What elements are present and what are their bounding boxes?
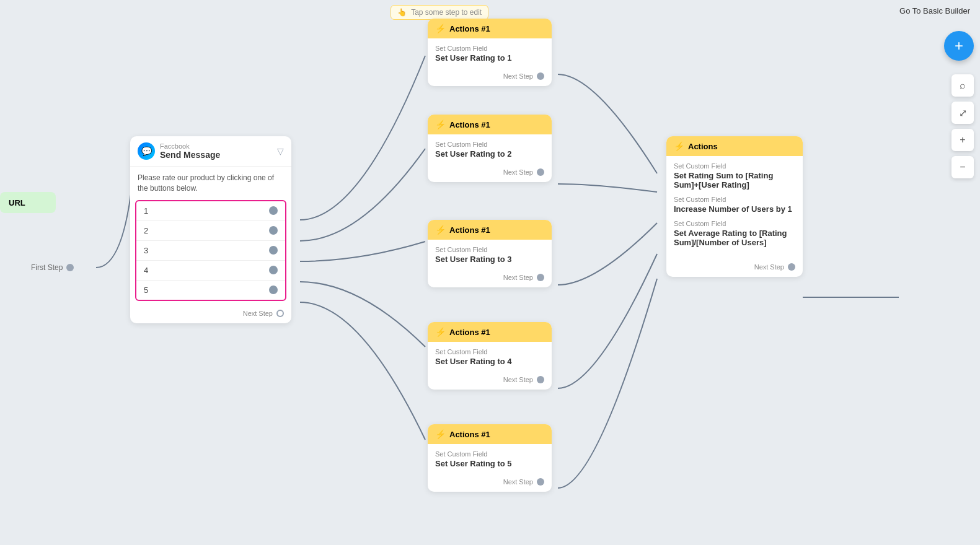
platform-label: Faccbook: [160, 142, 220, 150]
actions-node-4[interactable]: ⚡ Actions #1 Set Custom Field Set User R…: [428, 322, 552, 390]
actions-header-label-2: Actions #1: [449, 120, 490, 129]
btn-label-5: 5: [144, 286, 148, 295]
next-step-dot-5[interactable]: [537, 478, 544, 486]
actions-final-header: ⚡ Actions: [666, 136, 803, 156]
final-next-step-text: Next Step: [754, 263, 784, 271]
url-label: URL: [9, 198, 25, 207]
set-custom-label-5: Set Custom Field: [435, 450, 544, 458]
next-step-dot-2[interactable]: [537, 168, 544, 176]
actions-header-label-4: Actions #1: [449, 328, 490, 337]
send-message-next-step-label: Next Step: [243, 310, 273, 317]
actions-node-5[interactable]: ⚡ Actions #1 Set Custom Field Set User R…: [428, 424, 552, 492]
actions-header-5: ⚡ Actions #1: [428, 424, 552, 444]
send-message-node[interactable]: 💬 Faccbook Send Message ▽ Please rate ou…: [130, 136, 291, 323]
tap-tooltip: Tap some step to edit: [391, 5, 488, 20]
actions-final-node[interactable]: ⚡ Actions Set Custom Field Set Rating Su…: [666, 136, 803, 277]
next-step-text-2: Next Step: [503, 168, 533, 176]
btn-dot-4: [269, 266, 278, 274]
btn-dot-3: [269, 246, 278, 255]
set-custom-label-2: Set Custom Field: [435, 141, 544, 148]
first-step-dot: [66, 264, 74, 271]
actions-final-footer: Next Step: [666, 259, 803, 277]
actions-footer-3: Next Step: [428, 270, 552, 287]
btn-item-2[interactable]: 2: [136, 221, 285, 241]
lightning-icon-5: ⚡: [435, 429, 446, 439]
next-step-dot-4[interactable]: [537, 376, 544, 383]
actions-footer-4: Next Step: [428, 372, 552, 390]
expand-button[interactable]: ⤢: [951, 102, 974, 124]
lightning-icon-4: ⚡: [435, 327, 446, 337]
final-next-step-dot[interactable]: [788, 263, 795, 271]
set-custom-value-3: Set User Rating to 3: [435, 255, 544, 264]
zoom-in-button[interactable]: +: [951, 129, 974, 151]
goto-basic-button[interactable]: Go To Basic Builder: [899, 6, 970, 15]
actions-footer-5: Next Step: [428, 474, 552, 492]
zoom-out-button[interactable]: −: [951, 156, 974, 178]
actions-header-2: ⚡ Actions #1: [428, 115, 552, 134]
btn-dot-2: [269, 226, 278, 235]
actions-body-5: Set Custom Field Set User Rating to 5: [428, 444, 552, 474]
next-step-text-4: Next Step: [503, 376, 533, 383]
actions-body-3: Set Custom Field Set User Rating to 3: [428, 240, 552, 270]
actions-node-1[interactable]: ⚡ Actions #1 Set Custom Field Set User R…: [428, 19, 552, 86]
search-button[interactable]: ⌕: [951, 74, 974, 97]
final-set-label-2: Set Custom Field: [674, 196, 795, 203]
actions-header-label-5: Actions #1: [449, 430, 490, 439]
btn-dot-5: [269, 286, 278, 294]
send-message-next-step-dot[interactable]: [276, 310, 284, 317]
url-node: URL: [0, 192, 56, 213]
actions-header-label-1: Actions #1: [449, 24, 490, 33]
lightning-icon-1: ⚡: [435, 24, 446, 33]
final-set-value-3: Set Average Rating to [Rating Sum]/[Numb…: [674, 229, 795, 247]
btn-item-4[interactable]: 4: [136, 261, 285, 281]
send-message-title: Send Message: [160, 150, 220, 160]
message-text: Please rate our product by clicking one …: [130, 167, 291, 200]
lightning-icon-3: ⚡: [435, 225, 446, 235]
set-custom-value-4: Set User Rating to 4: [435, 357, 544, 366]
actions-footer-1: Next Step: [428, 69, 552, 86]
btn-label-4: 4: [144, 266, 148, 275]
set-custom-label-4: Set Custom Field: [435, 348, 544, 355]
actions-node-3[interactable]: ⚡ Actions #1 Set Custom Field Set User R…: [428, 220, 552, 287]
send-message-footer: Next Step: [130, 306, 291, 323]
final-item-3: Set Custom Field Set Average Rating to […: [674, 220, 795, 247]
fab-add-button[interactable]: +: [944, 31, 974, 61]
send-message-header: 💬 Faccbook Send Message ▽: [130, 136, 291, 167]
final-set-value-1: Set Rating Sum to [Rating Sum]+[User Rat…: [674, 171, 795, 190]
btn-label-1: 1: [144, 206, 148, 216]
lightning-icon-2: ⚡: [435, 120, 446, 129]
next-step-text-3: Next Step: [503, 274, 533, 281]
btn-item-3[interactable]: 3: [136, 241, 285, 261]
btn-item-5[interactable]: 5: [136, 281, 285, 300]
actions-body-2: Set Custom Field Set User Rating to 2: [428, 134, 552, 165]
actions-header-label-3: Actions #1: [449, 225, 490, 235]
first-step-area: First Step: [31, 263, 74, 272]
next-step-dot-3[interactable]: [537, 274, 544, 281]
set-custom-value-1: Set User Rating to 1: [435, 53, 544, 63]
final-set-value-2: Increase Number of Users by 1: [674, 204, 795, 214]
set-custom-value-5: Set User Rating to 5: [435, 459, 544, 468]
btn-item-1[interactable]: 1: [136, 201, 285, 221]
actions-final-body: Set Custom Field Set Rating Sum to [Rati…: [666, 156, 803, 259]
final-item-2: Set Custom Field Increase Number of User…: [674, 196, 795, 214]
final-set-label-3: Set Custom Field: [674, 220, 795, 227]
btn-label-2: 2: [144, 226, 148, 235]
set-custom-label-3: Set Custom Field: [435, 246, 544, 253]
first-step-label: First Step: [31, 263, 63, 272]
final-set-label-1: Set Custom Field: [674, 162, 795, 170]
top-bar: Go To Basic Builder: [856, 0, 980, 22]
actions-header-1: ⚡ Actions #1: [428, 19, 552, 38]
btn-label-3: 3: [144, 246, 148, 255]
actions-body-1: Set Custom Field Set User Rating to 1: [428, 38, 552, 69]
tooltip-text: Tap some step to edit: [411, 8, 482, 17]
next-step-dot-1[interactable]: [537, 72, 544, 80]
final-item-1: Set Custom Field Set Rating Sum to [Rati…: [674, 162, 795, 190]
actions-header-4: ⚡ Actions #1: [428, 322, 552, 342]
next-step-text-1: Next Step: [503, 72, 533, 80]
lightning-icon-final: ⚡: [674, 141, 684, 151]
filter-icon[interactable]: ▽: [277, 146, 284, 156]
messenger-icon: 💬: [138, 142, 155, 160]
button-list: 1 2 3 4 5: [135, 200, 286, 301]
btn-dot-1: [269, 206, 278, 215]
actions-node-2[interactable]: ⚡ Actions #1 Set Custom Field Set User R…: [428, 115, 552, 182]
